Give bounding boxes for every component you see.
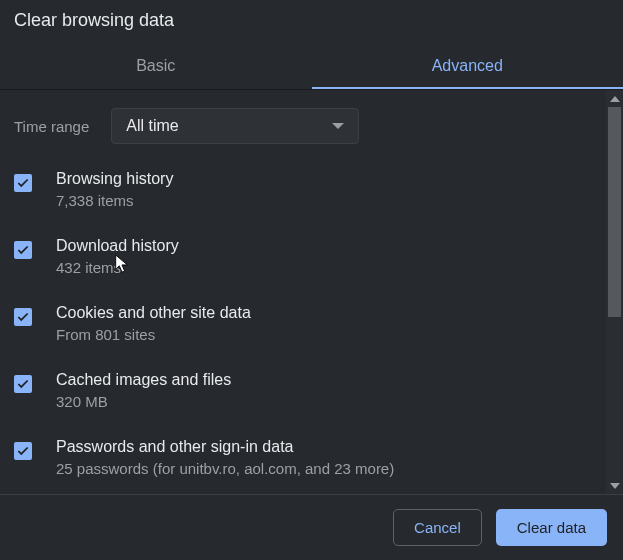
item-text: Browsing history 7,338 items: [56, 170, 173, 209]
scrollbar-track[interactable]: [606, 107, 623, 477]
check-icon: [16, 176, 30, 190]
item-sub: 25 passwords (for unitbv.ro, aol.com, an…: [56, 460, 394, 477]
chevron-down-icon: [332, 123, 344, 129]
item-cache: Cached images and files 320 MB: [14, 371, 595, 410]
time-range-row: Time range All time: [14, 108, 595, 144]
tab-basic[interactable]: Basic: [0, 47, 312, 89]
item-download-history: Download history 432 items: [14, 237, 595, 276]
item-passwords: Passwords and other sign-in data 25 pass…: [14, 438, 595, 477]
checkbox-browsing-history[interactable]: [14, 174, 32, 192]
check-icon: [16, 377, 30, 391]
checkbox-passwords[interactable]: [14, 442, 32, 460]
item-text: Cookies and other site data From 801 sit…: [56, 304, 251, 343]
item-label: Passwords and other sign-in data: [56, 438, 394, 456]
item-label: Download history: [56, 237, 179, 255]
scrollbar-thumb[interactable]: [608, 107, 621, 317]
checkbox-cache[interactable]: [14, 375, 32, 393]
time-range-label: Time range: [14, 118, 89, 135]
item-label: Cached images and files: [56, 371, 231, 389]
item-text: Cached images and files 320 MB: [56, 371, 231, 410]
check-icon: [16, 444, 30, 458]
scrollbar-down-button[interactable]: [606, 477, 623, 494]
time-range-value: All time: [126, 117, 178, 135]
check-icon: [16, 243, 30, 257]
content-scroll-area: Time range All time Browsing history 7,3…: [0, 90, 605, 494]
checkbox-cookies[interactable]: [14, 308, 32, 326]
item-text: Download history 432 items: [56, 237, 179, 276]
tab-advanced[interactable]: Advanced: [312, 47, 624, 89]
item-label: Browsing history: [56, 170, 173, 188]
dialog-footer: Cancel Clear data: [0, 494, 623, 560]
tab-bar: Basic Advanced: [0, 47, 623, 89]
triangle-down-icon: [610, 483, 620, 489]
item-sub: 432 items: [56, 259, 179, 276]
cancel-button[interactable]: Cancel: [393, 509, 482, 546]
check-icon: [16, 310, 30, 324]
item-sub: 320 MB: [56, 393, 231, 410]
time-range-select[interactable]: All time: [111, 108, 359, 144]
clear-browsing-data-dialog: Clear browsing data Basic Advanced Time …: [0, 0, 623, 560]
dialog-title: Clear browsing data: [0, 0, 623, 47]
item-sub: From 801 sites: [56, 326, 251, 343]
content-wrap: Time range All time Browsing history 7,3…: [0, 89, 623, 494]
item-browsing-history: Browsing history 7,338 items: [14, 170, 595, 209]
item-cookies: Cookies and other site data From 801 sit…: [14, 304, 595, 343]
scrollbar: [606, 90, 623, 494]
checkbox-download-history[interactable]: [14, 241, 32, 259]
clear-data-button[interactable]: Clear data: [496, 509, 607, 546]
triangle-up-icon: [610, 96, 620, 102]
item-label: Cookies and other site data: [56, 304, 251, 322]
item-text: Passwords and other sign-in data 25 pass…: [56, 438, 394, 477]
item-sub: 7,338 items: [56, 192, 173, 209]
scrollbar-up-button[interactable]: [606, 90, 623, 107]
